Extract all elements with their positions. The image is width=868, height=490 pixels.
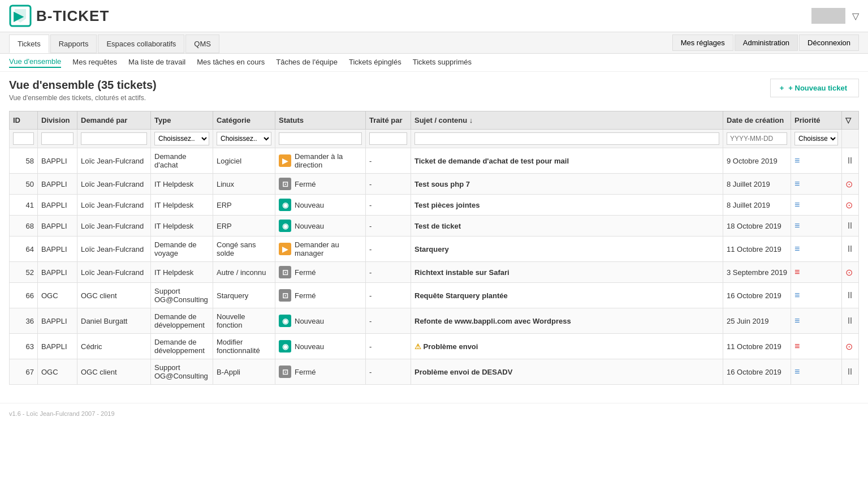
top-right-controls: ▽ xyxy=(811,8,859,24)
table-row[interactable]: 67 OGC OGC client Support OG@Consulting … xyxy=(10,359,859,385)
cell-statuts: ◉ Nouveau xyxy=(275,195,366,216)
cell-id: 50 xyxy=(10,174,38,195)
cell-priorite: ≡ xyxy=(791,283,842,308)
status-icon: ◉ xyxy=(279,340,291,353)
btn-deconnexion[interactable]: Déconnexion xyxy=(799,35,859,51)
cell-division: BAPPLI xyxy=(38,334,77,359)
col-header-demande-par[interactable]: Demandé par xyxy=(77,111,151,130)
table-row[interactable]: 36 BAPPLI Daniel Burgatt Demande de déve… xyxy=(10,308,859,334)
new-ticket-button[interactable]: ++ Nouveau ticket xyxy=(770,79,859,97)
cell-priorite: ≡ xyxy=(791,148,842,174)
col-header-date[interactable]: Date de création xyxy=(723,111,791,130)
cell-type: Support OG@Consulting xyxy=(151,359,213,385)
btn-mes-reglages[interactable]: Mes réglages xyxy=(672,35,733,51)
cell-type: Demande de voyage xyxy=(151,237,213,262)
status-label: Nouveau xyxy=(295,342,324,351)
col-header-traite-par[interactable]: Traité par xyxy=(366,111,411,130)
status-icon: ⊡ xyxy=(279,366,291,378)
cell-type: IT Helpdesk xyxy=(151,195,213,216)
col-header-statuts[interactable]: Statuts xyxy=(275,111,366,130)
priority-icon: ≡ xyxy=(794,156,800,165)
filter-sujet[interactable] xyxy=(414,132,719,145)
nav-tab-rapports[interactable]: Rapports xyxy=(50,35,97,53)
col-header-id[interactable]: ID xyxy=(10,111,38,130)
cell-demande-par: Loïc Jean-Fulcrand xyxy=(77,216,151,237)
nav-tab-qms[interactable]: QMS xyxy=(185,35,219,53)
cell-action: ⏸ xyxy=(842,308,859,334)
filter-type[interactable]: Choisissez.. xyxy=(154,132,209,145)
col-header-priorite[interactable]: Priorité xyxy=(791,111,842,130)
sub-tab-mes-taches[interactable]: Mes tâches en cours xyxy=(197,58,265,67)
time-status-icon: ⏸ xyxy=(845,367,854,376)
col-header-type[interactable]: Type xyxy=(151,111,213,130)
filter-division[interactable] xyxy=(41,132,74,145)
sub-tab-tickets-supprimes[interactable]: Tickets supprimés xyxy=(413,58,472,67)
nav-tab-tickets[interactable]: Tickets xyxy=(9,35,49,53)
cell-action: ⏸ xyxy=(842,283,859,308)
table-row[interactable]: 58 BAPPLI Loïc Jean-Fulcrand Demande d'a… xyxy=(10,148,859,174)
cell-categorie: Starquery xyxy=(213,283,275,308)
user-button[interactable] xyxy=(811,8,845,24)
cell-action: ⊙ xyxy=(842,195,859,216)
table-row[interactable]: 68 BAPPLI Loïc Jean-Fulcrand IT Helpdesk… xyxy=(10,216,859,237)
cell-statuts: ▶ Demander au manager xyxy=(275,237,366,262)
status-icon: ◉ xyxy=(279,315,291,327)
filter-icon-table[interactable]: ▽ xyxy=(845,116,851,124)
col-header-categorie[interactable]: Catégorie xyxy=(213,111,275,130)
sub-tab-vue-ensemble[interactable]: Vue d'ensemble xyxy=(9,57,61,68)
col-header-sujet[interactable]: Sujet / contenu ↓ xyxy=(411,111,723,130)
sub-tab-taches-equipe[interactable]: Tâches de l'équipe xyxy=(276,58,338,67)
cell-statuts: ⊡ Fermé xyxy=(275,359,366,385)
priority-icon: ≡ xyxy=(794,290,800,300)
filter-statuts[interactable] xyxy=(279,132,362,145)
nav-sub: Vue d'ensemble Mes requêtes Ma liste de … xyxy=(0,54,868,72)
cell-demande-par: OGC client xyxy=(77,359,151,385)
cell-id: 68 xyxy=(10,216,38,237)
time-status-icon: ⏸ xyxy=(845,156,854,165)
filter-date[interactable] xyxy=(727,132,787,145)
table-row[interactable]: 66 OGC OGC client Support OG@Consulting … xyxy=(10,283,859,308)
filter-traite-par[interactable] xyxy=(369,132,407,145)
table-container: ID Division Demandé par Type Catégorie S… xyxy=(0,104,868,392)
cell-statuts: ⊡ Fermé xyxy=(275,174,366,195)
cell-date: 3 Septembre 2019 xyxy=(723,262,791,283)
time-status-icon: ⊙ xyxy=(845,200,853,210)
col-header-action: ▽ xyxy=(842,111,859,130)
filter-demande-par[interactable] xyxy=(81,132,147,145)
sub-tab-mes-requetes[interactable]: Mes requêtes xyxy=(72,58,117,67)
col-header-division[interactable]: Division xyxy=(38,111,77,130)
cell-date: 8 Juillet 2019 xyxy=(723,195,791,216)
table-row[interactable]: 50 BAPPLI Loïc Jean-Fulcrand IT Helpdesk… xyxy=(10,174,859,195)
filter-icon-top[interactable]: ▽ xyxy=(852,11,859,22)
cell-type: IT Helpdesk xyxy=(151,174,213,195)
cell-statuts: ⊡ Fermé xyxy=(275,283,366,308)
cell-priorite: ≡ xyxy=(791,308,842,334)
logo: ▶ B-TICKET xyxy=(9,5,109,27)
cell-sujet: Test pièces jointes xyxy=(411,195,723,216)
nav-tab-espaces[interactable]: Espaces collaboratifs xyxy=(98,35,184,53)
cell-type: Demande d'achat xyxy=(151,148,213,174)
time-status-icon: ⊙ xyxy=(845,268,853,277)
cell-traite-par: - xyxy=(366,359,411,385)
cell-demande-par: Loïc Jean-Fulcrand xyxy=(77,174,151,195)
cell-categorie: ERP xyxy=(213,216,275,237)
filter-priorite[interactable]: Choisissez.. xyxy=(794,132,838,145)
table-row[interactable]: 52 BAPPLI Loïc Jean-Fulcrand IT Helpdesk… xyxy=(10,262,859,283)
priority-icon: ≡ xyxy=(794,244,800,253)
table-row[interactable]: 41 BAPPLI Loïc Jean-Fulcrand IT Helpdesk… xyxy=(10,195,859,216)
tickets-table: ID Division Demandé par Type Catégorie S… xyxy=(9,111,859,385)
footer: v1.6 - Loïc Jean-Fulcrand 2007 - 2019 xyxy=(0,403,868,424)
top-header: ▶ B-TICKET ▽ xyxy=(0,0,868,32)
cell-id: 64 xyxy=(10,237,38,262)
cell-traite-par: - xyxy=(366,174,411,195)
table-row[interactable]: 64 BAPPLI Loïc Jean-Fulcrand Demande de … xyxy=(10,237,859,262)
cell-categorie: Linux xyxy=(213,174,275,195)
sub-tab-ma-liste[interactable]: Ma liste de travail xyxy=(128,58,185,67)
table-row[interactable]: 63 BAPPLI Cédric Demande de développemen… xyxy=(10,334,859,359)
btn-administration[interactable]: Administration xyxy=(735,35,798,51)
filter-id[interactable] xyxy=(13,132,34,145)
cell-division: OGC xyxy=(38,283,77,308)
filter-categorie[interactable]: Choisissez.. xyxy=(217,132,271,145)
sub-tab-tickets-epingles[interactable]: Tickets épinglés xyxy=(349,58,401,67)
status-icon: ◉ xyxy=(279,220,291,232)
